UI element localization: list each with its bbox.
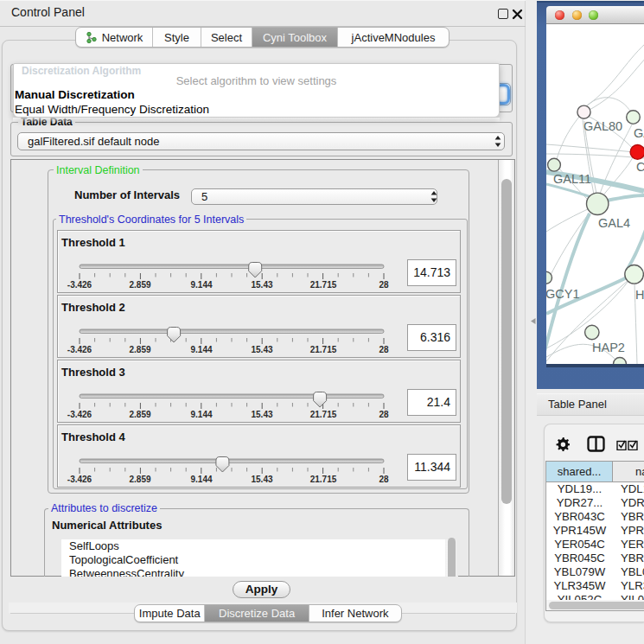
svg-text:GAL80: GAL80 — [583, 119, 622, 133]
svg-text:GAL11: GAL11 — [553, 172, 591, 186]
svg-text:HAP2: HAP2 — [592, 341, 625, 354]
svg-text:C: C — [636, 160, 644, 174]
svg-text:GAL4: GAL4 — [598, 216, 630, 230]
svg-text:GCY1: GCY1 — [546, 287, 580, 301]
svg-text:GA: GA — [634, 126, 644, 140]
svg-text:H: H — [635, 288, 644, 302]
